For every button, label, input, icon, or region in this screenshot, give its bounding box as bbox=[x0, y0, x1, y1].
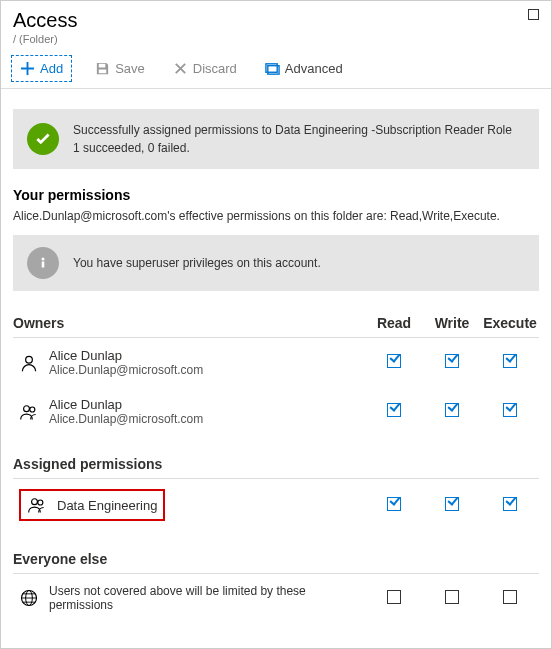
owner-name: Alice Dunlap bbox=[49, 397, 203, 412]
col-write: Write bbox=[423, 315, 481, 331]
owners-title: Owners bbox=[13, 315, 365, 331]
everyone-header-row: Everyone else bbox=[13, 545, 539, 574]
group-icon bbox=[19, 402, 39, 422]
save-icon bbox=[95, 61, 110, 76]
add-label: Add bbox=[40, 61, 63, 76]
everyone-text: Users not covered above will be limited … bbox=[49, 584, 329, 612]
globe-icon bbox=[19, 588, 39, 608]
write-checkbox[interactable] bbox=[445, 497, 459, 511]
discard-icon bbox=[173, 61, 188, 76]
svg-point-8 bbox=[38, 500, 43, 505]
your-permissions-text: Alice.Dunlap@microsoft.com's effective p… bbox=[13, 209, 539, 223]
highlighted-permission: Data Engineering bbox=[19, 489, 165, 521]
toolbar: Add Save Discard Advanced bbox=[1, 49, 551, 89]
everyone-title: Everyone else bbox=[13, 551, 365, 567]
col-execute: Execute bbox=[481, 315, 539, 331]
svg-point-2 bbox=[42, 258, 45, 261]
assigned-header-row: Assigned permissions bbox=[13, 450, 539, 479]
execute-checkbox[interactable] bbox=[503, 354, 517, 368]
discard-button[interactable]: Discard bbox=[168, 58, 242, 79]
write-checkbox[interactable] bbox=[445, 403, 459, 417]
maximize-icon[interactable] bbox=[528, 9, 539, 20]
col-read: Read bbox=[365, 315, 423, 331]
svg-point-5 bbox=[24, 405, 30, 411]
info-icon bbox=[27, 247, 59, 279]
assigned-title: Assigned permissions bbox=[13, 456, 365, 472]
owner-name: Alice Dunlap bbox=[49, 348, 203, 363]
owners-header-row: Owners Read Write Execute bbox=[13, 309, 539, 338]
superuser-text: You have superuser privileges on this ac… bbox=[73, 254, 321, 272]
advanced-button[interactable]: Advanced bbox=[260, 58, 348, 79]
success-text-line2: 1 succeeded, 0 failed. bbox=[73, 139, 512, 157]
owner-email: Alice.Dunlap@microsoft.com bbox=[49, 412, 203, 426]
advanced-label: Advanced bbox=[285, 61, 343, 76]
owner-email: Alice.Dunlap@microsoft.com bbox=[49, 363, 203, 377]
svg-point-6 bbox=[30, 407, 35, 412]
read-checkbox[interactable] bbox=[387, 354, 401, 368]
table-row: Users not covered above will be limited … bbox=[13, 574, 539, 622]
page-title: Access bbox=[13, 9, 539, 32]
assigned-name: Data Engineering bbox=[57, 498, 157, 513]
svg-point-7 bbox=[32, 499, 38, 505]
add-button[interactable]: Add bbox=[11, 55, 72, 82]
discard-label: Discard bbox=[193, 61, 237, 76]
execute-checkbox[interactable] bbox=[503, 590, 517, 604]
execute-checkbox[interactable] bbox=[503, 403, 517, 417]
breadcrumb: / (Folder) bbox=[13, 33, 539, 45]
success-icon bbox=[27, 123, 59, 155]
read-checkbox[interactable] bbox=[387, 403, 401, 417]
panel-header: Access / (Folder) bbox=[1, 1, 551, 49]
save-label: Save bbox=[115, 61, 145, 76]
your-permissions-title: Your permissions bbox=[13, 187, 539, 203]
table-row: Alice Dunlap Alice.Dunlap@microsoft.com bbox=[13, 387, 539, 436]
svg-point-4 bbox=[26, 356, 33, 363]
person-icon bbox=[19, 353, 39, 373]
read-checkbox[interactable] bbox=[387, 497, 401, 511]
info-banner: You have superuser privileges on this ac… bbox=[13, 235, 539, 291]
write-checkbox[interactable] bbox=[445, 354, 459, 368]
success-text-line1: Successfully assigned permissions to Dat… bbox=[73, 121, 512, 139]
advanced-icon bbox=[265, 61, 280, 76]
table-row: Data Engineering bbox=[13, 479, 539, 531]
write-checkbox[interactable] bbox=[445, 590, 459, 604]
save-button[interactable]: Save bbox=[90, 58, 150, 79]
read-checkbox[interactable] bbox=[387, 590, 401, 604]
group-icon bbox=[27, 495, 47, 515]
success-banner: Successfully assigned permissions to Dat… bbox=[13, 109, 539, 169]
svg-rect-3 bbox=[42, 262, 45, 268]
execute-checkbox[interactable] bbox=[503, 497, 517, 511]
plus-icon bbox=[20, 61, 35, 76]
table-row: Alice Dunlap Alice.Dunlap@microsoft.com bbox=[13, 338, 539, 387]
